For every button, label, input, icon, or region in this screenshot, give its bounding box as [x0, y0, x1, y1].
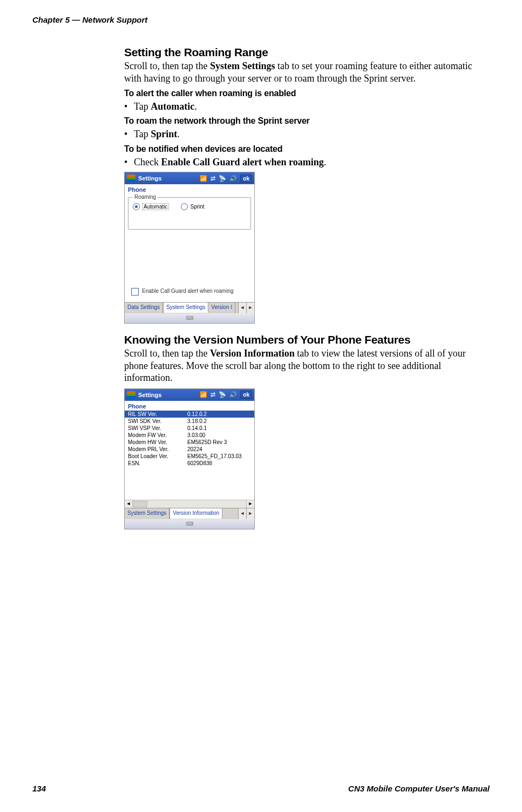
- subheading-roam-sprint: To roam the network through the Sprint s…: [124, 116, 484, 126]
- text: .: [194, 101, 197, 112]
- list-item[interactable]: SWI VSP Ver. 0.14.0.1: [125, 425, 254, 432]
- connect-icon: ⇄: [211, 175, 215, 182]
- section-title-roaming: Setting the Roaming Range: [124, 46, 484, 59]
- titlebar-text: Settings: [138, 175, 161, 182]
- roaming-fieldset: Roaming Automatic Sprint: [128, 197, 251, 230]
- radio-sprint[interactable]: Sprint: [181, 203, 204, 210]
- text: Tap: [134, 101, 151, 112]
- subheading-notified: To be notified when devices are located: [124, 144, 484, 154]
- arrow-right-icon[interactable]: ►: [246, 508, 254, 519]
- text: .: [324, 157, 327, 167]
- bullet-sprint: Tap Sprint.: [124, 128, 484, 140]
- version-list: RIL SW Ver. 0.12.0.2 SWI SDK Ver. 3.18.0…: [125, 411, 254, 500]
- bullet-enable-guard: Check Enable Call Guard alert when roami…: [124, 156, 484, 169]
- list-key: ESN.: [128, 460, 187, 466]
- tab-version-information[interactable]: Version Information: [170, 508, 222, 519]
- text: Scroll to, then tap the: [124, 348, 210, 359]
- antenna-icon: 📡: [219, 391, 226, 398]
- list-key: RIL SW Ver.: [128, 411, 187, 417]
- signal-icon: 📶: [200, 175, 207, 182]
- list-item[interactable]: Modem PRL Ver. 20224: [125, 446, 254, 453]
- radio-circle-icon: [133, 203, 140, 210]
- list-item[interactable]: Modem HW Ver. EM5625D Rev 3: [125, 439, 254, 446]
- list-val: 0.12.0.2: [187, 411, 207, 417]
- tabs: Data Settings System Settings Version I …: [125, 302, 254, 313]
- list-key: Modem HW Ver.: [128, 439, 187, 445]
- radio-label-sprint: Sprint: [190, 204, 204, 210]
- arrow-left-icon[interactable]: ◄: [238, 508, 246, 519]
- text: .: [177, 129, 180, 139]
- list-key: SWI VSP Ver.: [128, 425, 187, 431]
- content: Setting the Roaming Range Scroll to, the…: [124, 46, 484, 529]
- start-flag-icon[interactable]: [127, 391, 135, 399]
- list-val: 6029D838: [187, 460, 212, 466]
- section2-intro: Scroll to, then tap the Version Informat…: [124, 347, 484, 384]
- bold-version-info: Version Information: [210, 348, 295, 359]
- list-item[interactable]: Boot Loader Ver. EM5625_FD_17.03.03: [125, 453, 254, 460]
- screenshot-version: Settings 📶 ⇄ 📡 🔊 ok Phone RIL SW Ver. 0.…: [124, 388, 255, 529]
- volume-icon: 🔊: [229, 391, 237, 398]
- list-val: EM5625_FD_17.03.03: [187, 453, 242, 459]
- list-val: EM5625D Rev 3: [187, 439, 227, 445]
- list-item[interactable]: ESN. 6029D838: [125, 460, 254, 467]
- arrow-right-icon[interactable]: ►: [246, 303, 254, 313]
- bold-sprint: Sprint: [151, 129, 177, 139]
- page-number: 134: [32, 784, 46, 793]
- horizontal-scrollbar[interactable]: ◄ ►: [125, 500, 254, 508]
- list-item[interactable]: Modem FW Ver. 3.03.00: [125, 432, 254, 439]
- text: Tap: [134, 129, 151, 139]
- bullet-automatic: Tap Automatic.: [124, 100, 484, 113]
- ok-button[interactable]: ok: [240, 175, 252, 183]
- volume-icon: 🔊: [229, 175, 237, 182]
- list-key: Boot Loader Ver.: [128, 453, 187, 459]
- sip-bar[interactable]: ⌨: [125, 313, 254, 323]
- list-item[interactable]: SWI SDK Ver. 3.18.0.2: [125, 418, 254, 425]
- tab-version-info[interactable]: Version I: [208, 303, 235, 313]
- checkbox-row[interactable]: Enable Call Guard alert when roaming: [131, 288, 248, 296]
- antenna-icon: 📡: [219, 175, 226, 182]
- tab-arrows: ◄ ►: [238, 303, 254, 313]
- list-val: 3.18.0.2: [187, 418, 207, 424]
- checkbox-icon[interactable]: [131, 288, 139, 296]
- checkbox-label: Enable Call Guard alert when roaming: [142, 288, 234, 294]
- section1-intro: Scroll to, then tap the System Settings …: [124, 60, 484, 84]
- bold-system-settings: System Settings: [210, 61, 275, 71]
- signal-icon: 📶: [200, 391, 207, 398]
- status-icons: 📶 ⇄ 📡 🔊 ok: [200, 175, 252, 183]
- radio-automatic[interactable]: Automatic: [133, 203, 169, 210]
- ok-button[interactable]: ok: [240, 391, 252, 399]
- footer: 134 CN3 Mobile Computer User's Manual: [32, 784, 490, 793]
- body-area: Roaming Automatic Sprint Enab: [125, 194, 254, 302]
- radio-row: Automatic Sprint: [133, 203, 246, 210]
- page: Chapter 5 — Network Support Setting the …: [0, 0, 522, 812]
- list-key: SWI SDK Ver.: [128, 418, 187, 424]
- fieldset-legend: Roaming: [133, 194, 158, 200]
- tab-system-settings[interactable]: System Settings: [163, 302, 208, 313]
- tab-data-settings[interactable]: Data Settings: [125, 303, 163, 313]
- arrow-left-icon[interactable]: ◄: [238, 303, 246, 313]
- connect-icon: ⇄: [211, 391, 215, 398]
- manual-title: CN3 Mobile Computer User's Manual: [348, 784, 490, 793]
- list-val: 3.03.00: [187, 432, 205, 438]
- screenshot-roaming: Settings 📶 ⇄ 📡 🔊 ok Phone Roaming Aut: [124, 172, 255, 324]
- tabs: System Settings Version Information ◄ ►: [125, 508, 254, 519]
- text: Scroll to, then tap the: [124, 61, 210, 71]
- radio-label-automatic: Automatic: [142, 203, 169, 210]
- start-flag-icon[interactable]: [127, 175, 135, 182]
- sip-bar[interactable]: ⌨: [125, 519, 254, 529]
- list-val: 0.14.0.1: [187, 425, 207, 431]
- tab-system-settings[interactable]: System Settings: [125, 508, 170, 519]
- list-item[interactable]: RIL SW Ver. 0.12.0.2: [125, 411, 254, 418]
- list-val: 20224: [187, 446, 202, 452]
- scroll-left-icon[interactable]: ◄: [125, 500, 133, 508]
- scroll-thumb[interactable]: [133, 501, 147, 507]
- radio-circle-icon: [181, 203, 188, 210]
- titlebar: Settings 📶 ⇄ 📡 🔊 ok: [125, 389, 254, 401]
- phone-subheader: Phone: [125, 184, 254, 194]
- titlebar: Settings 📶 ⇄ 📡 🔊 ok: [125, 172, 254, 184]
- bold-automatic: Automatic: [151, 101, 194, 112]
- subheading-alert-caller: To alert the caller when roaming is enab…: [124, 89, 484, 98]
- list-key: Modem PRL Ver.: [128, 446, 187, 452]
- text: Check: [134, 157, 161, 167]
- scroll-right-icon[interactable]: ►: [246, 500, 254, 508]
